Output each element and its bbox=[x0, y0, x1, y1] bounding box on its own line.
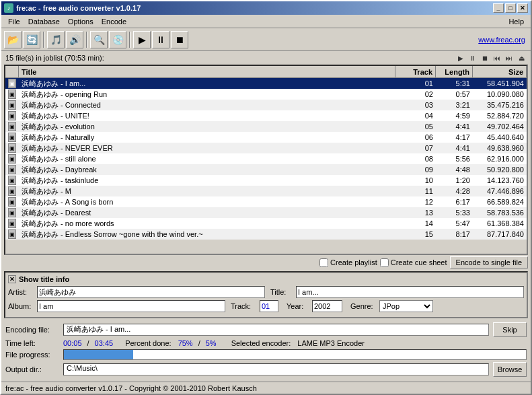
toolbar-btn2[interactable]: 🔄 bbox=[23, 31, 40, 48]
track-checkbox-icon[interactable]: ▣ bbox=[8, 186, 16, 196]
eject-icon[interactable]: ⏏ bbox=[516, 52, 527, 63]
track-length: 5:33 bbox=[436, 207, 473, 218]
track-title: 浜崎あゆみ - M bbox=[19, 186, 395, 196]
stop-icon[interactable]: ⏹ bbox=[480, 52, 490, 63]
track-number: 14 bbox=[395, 218, 436, 229]
header-length[interactable]: Length bbox=[436, 66, 473, 77]
track-checkbox-icon[interactable]: ▣ bbox=[8, 143, 16, 153]
genre-label: Genre: bbox=[350, 302, 374, 310]
minimize-button[interactable]: _ bbox=[493, 3, 504, 13]
genre-select[interactable]: JPop Pop Rock Jazz bbox=[379, 300, 433, 312]
encoding-file-value: 浜崎あゆみ - I am... bbox=[63, 324, 489, 336]
track-length: 8:17 bbox=[436, 229, 473, 240]
track-checkbox-icon[interactable]: ▣ bbox=[8, 176, 16, 185]
track-title: 浜崎あゆみ - Daybreak bbox=[19, 164, 395, 175]
menu-help[interactable]: Help bbox=[504, 16, 528, 27]
skip-button[interactable]: Skip bbox=[493, 322, 527, 337]
track-size: 49.702.464 bbox=[473, 121, 527, 132]
progress-bar bbox=[63, 349, 527, 360]
next-icon[interactable]: ⏭ bbox=[504, 52, 515, 63]
track-row[interactable]: ▣ 浜崎あゆみ - evolution 05 4:41 49.702.464 bbox=[5, 121, 527, 132]
cue-checkbox-input[interactable] bbox=[380, 258, 389, 267]
track-size: 45.440.640 bbox=[473, 132, 527, 143]
track-input[interactable] bbox=[260, 300, 278, 312]
track-checkbox-icon[interactable]: ▣ bbox=[8, 154, 16, 164]
menu-file[interactable]: File bbox=[4, 16, 24, 27]
track-row[interactable]: ▣ 浜崎あゆみ - Daybreak 09 4:48 50.920.800 bbox=[5, 164, 527, 175]
time-left-label: Time left: bbox=[5, 339, 59, 347]
menu-encode[interactable]: Encode bbox=[98, 16, 130, 27]
track-number: 09 bbox=[395, 164, 436, 175]
track-row[interactable]: ▣ 浜崎あゆみ - UNITE! 04 4:59 52.884.720 bbox=[5, 110, 527, 121]
track-row[interactable]: ▣ 浜崎あゆみ - NEVER EVER 07 4:41 49.638.960 bbox=[5, 143, 527, 153]
track-checkbox-icon[interactable]: ▣ bbox=[8, 165, 16, 174]
track-checkbox-icon[interactable]: ▣ bbox=[8, 79, 16, 88]
header-check[interactable] bbox=[5, 66, 19, 77]
prev-icon[interactable]: ⏮ bbox=[492, 52, 502, 63]
info-close-button[interactable]: ✕ bbox=[8, 275, 16, 283]
title-input[interactable] bbox=[296, 286, 524, 298]
create-cue-sheet-label: Create cue sheet bbox=[391, 258, 447, 266]
menu-options[interactable]: Options bbox=[64, 16, 98, 27]
toolbar-cddb-button[interactable]: 💿 bbox=[109, 31, 126, 48]
track-row[interactable]: ▣ 浜崎あゆみ - A Song is born 12 6:17 66.589.… bbox=[5, 196, 527, 207]
track-row[interactable]: ▣ 浜崎あゆみ - Endless Sorrow ~gone with the … bbox=[5, 229, 527, 240]
track-number: 04 bbox=[395, 110, 436, 121]
track-icon: ▣ bbox=[5, 100, 19, 110]
track-checkbox-icon[interactable]: ▣ bbox=[8, 197, 16, 207]
maximize-button[interactable]: □ bbox=[505, 3, 516, 13]
track-title: 浜崎あゆみ - UNITE! bbox=[19, 110, 395, 121]
track-row[interactable]: ▣ 浜崎あゆみ - no more words 14 5:47 61.368.3… bbox=[5, 218, 527, 229]
track-row[interactable]: ▣ 浜崎あゆみ - Connected 03 3:21 35.475.216 bbox=[5, 100, 527, 110]
track-checkbox-icon[interactable]: ▣ bbox=[8, 100, 16, 110]
year-input[interactable] bbox=[312, 300, 342, 312]
track-row[interactable]: ▣ 浜崎あゆみ - I am... 01 5:31 58.451.904 bbox=[5, 78, 527, 89]
encode-single-button[interactable]: Encode to single file bbox=[450, 256, 528, 268]
album-input[interactable] bbox=[37, 300, 225, 312]
toolbar-pause-button[interactable]: ⏸ bbox=[152, 31, 169, 48]
website-link[interactable]: www.freac.org bbox=[478, 36, 528, 44]
track-row[interactable]: ▣ 浜崎あゆみ - taskinlude 10 1:20 14.123.760 bbox=[5, 175, 527, 186]
header-track[interactable]: Track bbox=[395, 66, 436, 77]
header-title[interactable]: Title bbox=[19, 66, 395, 77]
play-icon[interactable]: ▶ bbox=[455, 52, 466, 63]
encoding-file-row: Encoding file: 浜崎あゆみ - I am... Skip bbox=[5, 322, 527, 337]
toolbar-btn3[interactable]: 🎵 bbox=[47, 31, 65, 48]
toolbar-btn4[interactable]: 🔊 bbox=[66, 31, 83, 48]
track-checkbox-icon[interactable]: ▣ bbox=[8, 208, 16, 217]
track-title: 浜崎あゆみ - still alone bbox=[19, 153, 395, 164]
toolbar-add-button[interactable]: 📂 bbox=[4, 31, 22, 48]
create-playlist-checkbox[interactable]: Create playlist bbox=[319, 258, 377, 267]
artist-input[interactable] bbox=[37, 286, 265, 298]
track-row[interactable]: ▣ 浜崎あゆみ - M 11 4:28 47.446.896 bbox=[5, 186, 527, 196]
title-bar-left: ♪ fre:ac - free audio converter v1.0.17 bbox=[4, 3, 141, 13]
track-checkbox-icon[interactable]: ▣ bbox=[8, 133, 16, 142]
year-label: Year: bbox=[287, 302, 307, 310]
menu-database[interactable]: Database bbox=[24, 16, 64, 27]
pause-icon[interactable]: ⏸ bbox=[467, 52, 478, 63]
toolbar-search-button[interactable]: 🔍 bbox=[90, 31, 108, 48]
toolbar-play-button[interactable]: ▶ bbox=[133, 31, 151, 48]
track-size: 50.920.800 bbox=[473, 164, 527, 175]
app-icon: ♪ bbox=[4, 3, 13, 13]
main-window: ♪ fre:ac - free audio converter v1.0.17 … bbox=[0, 0, 532, 395]
progress-fill bbox=[64, 350, 133, 359]
title-label: Title: bbox=[270, 288, 291, 296]
track-row[interactable]: ▣ 浜崎あゆみ - Naturally 06 4:17 45.440.640 bbox=[5, 132, 527, 143]
playlist-checkbox-input[interactable] bbox=[319, 258, 328, 267]
header-size[interactable]: Size bbox=[473, 66, 527, 77]
track-checkbox-icon[interactable]: ▣ bbox=[8, 111, 16, 120]
joblist-status-bar: 15 file(s) in joblist (70:53 min): ▶ ⏸ ⏹… bbox=[1, 51, 531, 65]
track-checkbox-icon[interactable]: ▣ bbox=[8, 229, 16, 239]
close-button[interactable]: ✕ bbox=[517, 3, 528, 13]
track-row[interactable]: ▣ 浜崎あゆみ - Dearest 13 5:33 58.783.536 bbox=[5, 207, 527, 218]
track-row[interactable]: ▣ 浜崎あゆみ - still alone 08 5:56 62.916.000 bbox=[5, 153, 527, 164]
track-checkbox-icon[interactable]: ▣ bbox=[8, 122, 16, 131]
toolbar-stop-button[interactable]: ⏹ bbox=[171, 31, 188, 48]
percent2-value: 5% bbox=[206, 339, 217, 347]
track-row[interactable]: ▣ 浜崎あゆみ - opening Run 02 0:57 10.090.080 bbox=[5, 89, 527, 100]
track-checkbox-icon[interactable]: ▣ bbox=[8, 219, 16, 228]
create-cue-sheet-checkbox[interactable]: Create cue sheet bbox=[380, 258, 447, 267]
browse-button[interactable]: Browse bbox=[493, 362, 527, 377]
track-checkbox-icon[interactable]: ▣ bbox=[8, 89, 16, 99]
